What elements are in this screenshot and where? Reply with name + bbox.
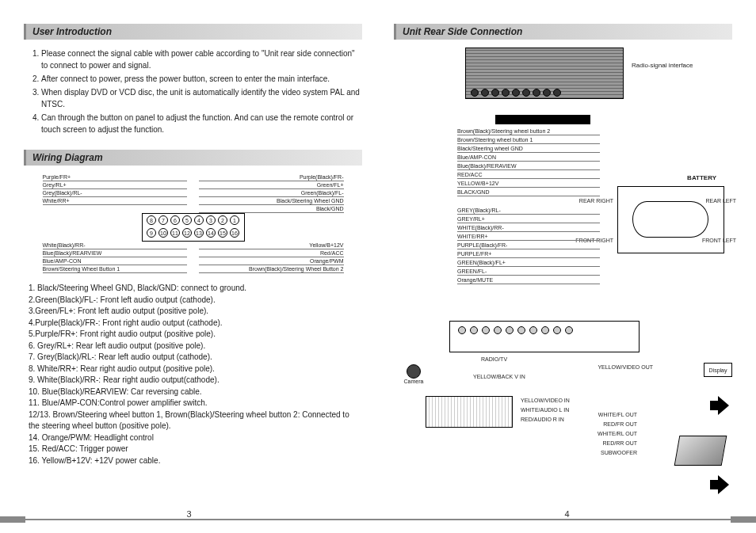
- wiring-note: 4.Purple(Black)/FR-: Front right audio o…: [29, 318, 362, 329]
- wiring-note: 3.Green/FL+: Front left audio output (po…: [29, 306, 362, 318]
- wiring-note: 15. Red/ACC: Trigger power: [29, 444, 362, 455]
- footer-left: 3: [0, 506, 378, 533]
- pin: 1: [230, 215, 239, 225]
- rca-port-icon: [482, 326, 490, 334]
- aux-head-unit-icon: [426, 396, 513, 428]
- harness-wire: YELLOW/B+12V: [457, 179, 600, 188]
- page-right: Unit Rear Side Connection Radio-signal i…: [394, 24, 732, 491]
- wire-labels-bottom-right: Yellow/B+12V Red/ACC Orange/PWM Brown(Bl…: [199, 242, 343, 273]
- head-unit-icon: [465, 48, 624, 99]
- rca-port-icon: [494, 326, 502, 334]
- port-icon: [533, 89, 540, 97]
- wire-label: Green/FL+: [199, 181, 343, 189]
- rca-out-label: RED/RR OUT: [602, 440, 637, 446]
- rca-label: YELLOW/BACK V IN: [473, 374, 525, 379]
- port-icon: [512, 89, 520, 97]
- wiring-notes-list: 1. Black/Steering Wheel GND, Black/GND: …: [24, 283, 362, 466]
- rca-port-icon: [529, 326, 537, 334]
- rca-out-label: WHITE/RL OUT: [598, 431, 637, 436]
- harness-wire: WHITE/RR+: [457, 232, 600, 241]
- section-header-rear-connection: Unit Rear Side Connection: [394, 24, 732, 40]
- pin: 11: [170, 228, 180, 238]
- camera-icon: [407, 364, 421, 379]
- wire-label: Grey(Black)/RL-: [43, 189, 187, 197]
- display-box: Display: [704, 363, 732, 377]
- wire-label: White/RR+: [43, 197, 187, 205]
- wiring-note: 5.Purple/FR+: Front right audio output (…: [29, 329, 362, 341]
- port-icon: [553, 89, 561, 97]
- wiring-diagram: Purple/FR+ Grey/RL+ Grey(Black)/RL- Whit…: [43, 173, 344, 273]
- camera-block: Camera: [390, 364, 437, 384]
- speaker-label-rear-left: REAR LEFT: [705, 198, 736, 204]
- port-icon: [481, 89, 489, 97]
- rear-connection-schematic: Radio-signal interface Brown(Black)/Stee…: [394, 48, 732, 491]
- pin-row-bottom: 9 10 11 12 13 14 15 16: [143, 227, 244, 239]
- section-header-user-intro: User Introduction: [24, 24, 362, 40]
- wiring-note: 11. Blue/AMP-CON:Control power amplifier…: [29, 398, 362, 409]
- page-number: 3: [181, 509, 196, 519]
- harness-wire: GREEN/FL-: [457, 267, 600, 276]
- pin: 16: [230, 228, 239, 238]
- pin: 5: [182, 215, 192, 225]
- harness-wire: Brown(Black)/Steering wheel button 2: [457, 127, 600, 135]
- port-icon: [502, 89, 510, 97]
- harness-wire: Blue/AMP-CON: [457, 153, 600, 162]
- wiring-note: 14. Orange/PWM: Headlight control: [29, 432, 362, 444]
- pin: 9: [147, 228, 156, 238]
- harness-wire: BLACK/GND: [457, 188, 600, 196]
- wiring-note: 12/13. Brown/Steering wheel button 1, Br…: [29, 409, 362, 432]
- document-spread: User Introduction Please connect the sig…: [0, 0, 756, 499]
- rca-label: WHITE/AUDIO L IN: [521, 407, 569, 413]
- port-icon: [522, 89, 530, 97]
- wire-label: White(Black)/RR-: [43, 242, 187, 249]
- harness-a-list: Brown(Black)/Steering wheel button 2 Bro…: [457, 127, 600, 196]
- intro-item: Can through the button on panel to adjus…: [41, 112, 362, 135]
- speaker-icon: [710, 396, 732, 415]
- harness-wire: RED/ACC: [457, 170, 600, 179]
- page-footer: 3 4: [0, 506, 756, 533]
- wire-label: Green(Black)/FL-: [199, 189, 343, 197]
- wire-label: Purple/FR+: [43, 173, 187, 181]
- wire-labels-top-left: Purple/FR+ Grey/RL+ Grey(Black)/RL- Whit…: [43, 173, 187, 213]
- harness-wire: WHITE(Black)/RR-: [457, 223, 600, 232]
- footer-rule: [0, 519, 378, 520]
- intro-item: Please connect the signal cable with pow…: [41, 48, 362, 71]
- harness-wire: GREY(Black)/RL-: [457, 206, 600, 215]
- rca-port-icon: [541, 326, 549, 334]
- wire-label: Brown(Black)/Steering Wheel Button 2: [199, 265, 343, 273]
- wiring-note: 7. Grey(Black)/RL-: Rear left audio outp…: [29, 352, 362, 364]
- pin: 6: [170, 215, 180, 225]
- wire-labels-top-right: Purple(Black)/FR- Green/FL+ Green(Black)…: [199, 173, 343, 213]
- wiring-note: 1. Black/Steering Wheel GND, Black/GND: …: [29, 283, 362, 295]
- pin: 7: [158, 215, 168, 225]
- rca-out-label: WHITE/FL OUT: [598, 412, 637, 417]
- page-number: 4: [559, 509, 574, 519]
- rca-port-icon: [565, 326, 573, 334]
- rca-label: RADIO/TV: [481, 356, 507, 362]
- wire-label: Grey/RL+: [43, 181, 187, 189]
- wire-label: Black/Steering Wheel GND: [199, 197, 343, 205]
- section-header-wiring-diagram: Wiring Diagram: [24, 150, 362, 166]
- wire-label: Red/ACC: [199, 249, 343, 257]
- harness-wire: GREY/RL+: [457, 215, 600, 223]
- intro-item: When display DVD or VCD disc, the unit i…: [41, 86, 362, 110]
- wiring-note: 2.Green(Black)/FL-: Front left audio out…: [29, 295, 362, 306]
- rca-port-icon: [553, 326, 561, 334]
- port-icon: [543, 89, 551, 97]
- rca-port-icon: [458, 326, 466, 334]
- pin: 3: [206, 215, 216, 225]
- rca-label: YELLOW/VIDEO IN: [521, 398, 570, 403]
- car-diagram: [617, 186, 724, 253]
- rca-port-icon: [517, 326, 525, 334]
- wiring-note: 6. Grey/RL+: Rear left audio output (pos…: [29, 341, 362, 352]
- car-body-icon: [632, 201, 708, 238]
- connector-block: 8 7 6 5 4 3 2 1 9 10 11 12 13 14 15: [142, 213, 245, 242]
- wiring-note: 8. White/RR+: Rear right audio output (p…: [29, 364, 362, 375]
- rca-port-icon: [470, 326, 478, 334]
- harness-wire: Orange/MUTE: [457, 276, 600, 284]
- harness-b-list: GREY(Black)/RL- GREY/RL+ WHITE(Black)/RR…: [457, 206, 600, 284]
- footer-accent-icon: [731, 516, 756, 523]
- wire-label: Yellow/B+12V: [199, 242, 343, 249]
- battery-label: BATTERY: [687, 174, 716, 181]
- pin: 15: [218, 228, 227, 238]
